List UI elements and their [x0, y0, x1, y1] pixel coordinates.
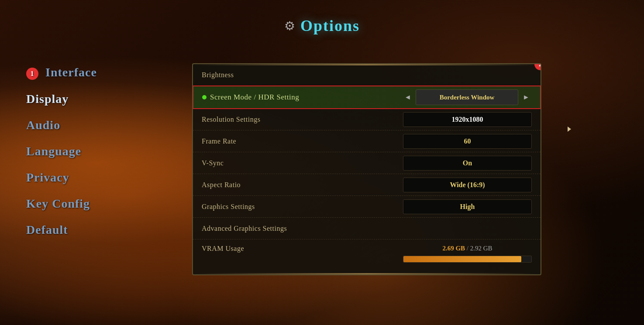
- brightness-label: Brightness: [202, 71, 532, 79]
- aspect-ratio-row: Aspect Ratio Wide (16:9): [193, 174, 541, 196]
- sidebar-item-keyconfig[interactable]: Key Config: [26, 197, 97, 211]
- vram-content: 2.69 GB / 2.92 GB: [403, 245, 532, 263]
- advanced-graphics-row[interactable]: Advanced Graphics Settings: [193, 218, 541, 239]
- aspect-ratio-label: Aspect Ratio: [202, 181, 403, 189]
- vram-bar-fill: [403, 256, 521, 262]
- aspect-ratio-value[interactable]: Wide (16:9): [403, 178, 532, 192]
- sidebar-item-audio[interactable]: Audio: [26, 118, 97, 132]
- frame-rate-value[interactable]: 60: [403, 134, 532, 149]
- sidebar-item-interface[interactable]: 1 Interface: [26, 65, 97, 80]
- resolution-row: Resolution Settings 1920x1080: [193, 109, 541, 130]
- badge-1: 1: [26, 68, 38, 80]
- frame-rate-label: Frame Rate: [202, 137, 403, 145]
- screen-mode-left-arrow[interactable]: ◄: [403, 92, 413, 103]
- screen-mode-row[interactable]: Screen Mode / HDR Setting ◄ Borderless W…: [193, 86, 541, 109]
- advanced-graphics-label: Advanced Graphics Settings: [202, 225, 532, 233]
- sidebar-item-language[interactable]: Language: [26, 144, 97, 158]
- vram-label: VRAM Usage: [202, 245, 403, 253]
- options-panel: 2 Brightness Screen Mode / HDR Setting ◄…: [192, 63, 541, 275]
- screen-mode-label: Screen Mode / HDR Setting: [210, 93, 403, 102]
- frame-rate-row: Frame Rate 60: [193, 130, 541, 152]
- vsync-value[interactable]: On: [403, 156, 532, 171]
- page-title-container: ⚙ Options: [284, 17, 360, 35]
- screen-mode-right-arrow[interactable]: ►: [521, 92, 531, 103]
- graphics-settings-row: Graphics Settings High: [193, 196, 541, 218]
- vsync-label: V-Sync: [202, 159, 403, 167]
- vram-row: VRAM Usage 2.69 GB / 2.92 GB: [193, 239, 541, 274]
- brightness-row: Brightness: [193, 64, 541, 86]
- green-dot: [202, 95, 207, 99]
- vram-bar-background: [403, 256, 532, 263]
- vram-numbers: 2.69 GB / 2.92 GB: [403, 245, 532, 252]
- sidebar: 1 Interface Display Audio Language Priva…: [26, 65, 97, 237]
- vram-used: 2.69 GB: [442, 245, 465, 252]
- gear-icon: ⚙: [284, 19, 295, 33]
- vram-total: 2.92 GB: [470, 245, 492, 252]
- sidebar-item-privacy[interactable]: Privacy: [26, 171, 97, 185]
- page-title: Options: [300, 17, 360, 35]
- vsync-row: V-Sync On: [193, 152, 541, 174]
- sidebar-item-display[interactable]: Display: [26, 92, 97, 106]
- sidebar-item-default[interactable]: Default: [26, 223, 97, 237]
- graphics-settings-value[interactable]: High: [403, 199, 532, 214]
- screen-mode-value: Borderless Window: [416, 89, 518, 105]
- resolution-label: Resolution Settings: [202, 116, 403, 123]
- vram-separator: /: [467, 245, 470, 252]
- graphics-settings-label: Graphics Settings: [202, 203, 403, 211]
- screen-mode-control: ◄ Borderless Window ►: [403, 89, 531, 105]
- resolution-value[interactable]: 1920x1080: [403, 112, 532, 127]
